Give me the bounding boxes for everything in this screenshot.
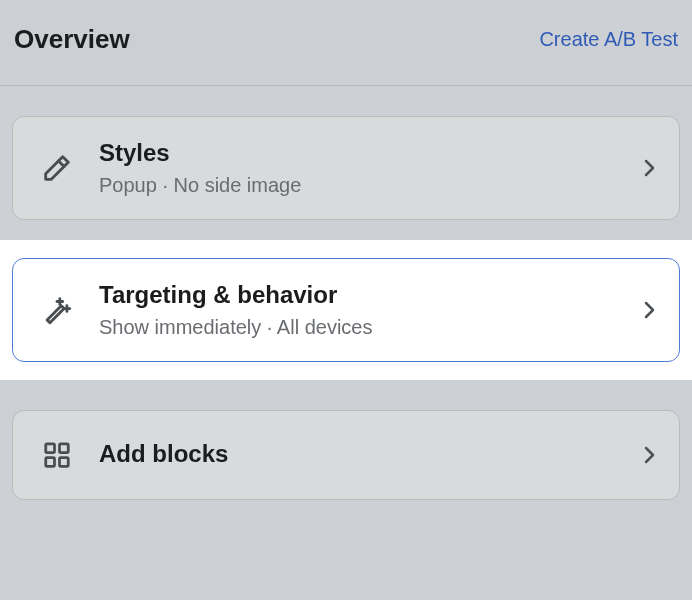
- targeting-title: Targeting & behavior: [99, 281, 637, 310]
- blocks-icon: [37, 435, 77, 475]
- svg-rect-1: [60, 443, 69, 452]
- create-ab-test-link[interactable]: Create A/B Test: [539, 28, 678, 51]
- svg-rect-0: [46, 443, 55, 452]
- chevron-right-icon: [637, 298, 661, 322]
- cards-section: Styles Popup · No side image: [0, 86, 692, 220]
- styles-subtitle: Popup · No side image: [99, 174, 637, 197]
- styles-title: Styles: [99, 139, 637, 168]
- targeting-card[interactable]: Targeting & behavior Show immediately · …: [12, 258, 680, 362]
- chevron-right-icon: [637, 443, 661, 467]
- header: Overview Create A/B Test: [0, 0, 692, 86]
- chevron-right-icon: [637, 156, 661, 180]
- pencil-icon: [37, 148, 77, 188]
- card-content: Styles Popup · No side image: [99, 139, 637, 197]
- card-content: Add blocks: [99, 440, 637, 469]
- svg-rect-2: [46, 457, 55, 466]
- blocks-title: Add blocks: [99, 440, 637, 469]
- card-content: Targeting & behavior Show immediately · …: [99, 281, 637, 339]
- blocks-section: Add blocks: [0, 380, 692, 500]
- page-title: Overview: [14, 24, 130, 55]
- styles-card[interactable]: Styles Popup · No side image: [12, 116, 680, 220]
- svg-rect-3: [60, 457, 69, 466]
- active-section: Targeting & behavior Show immediately · …: [0, 240, 692, 380]
- add-blocks-card[interactable]: Add blocks: [12, 410, 680, 500]
- wand-icon: [37, 290, 77, 330]
- targeting-subtitle: Show immediately · All devices: [99, 316, 637, 339]
